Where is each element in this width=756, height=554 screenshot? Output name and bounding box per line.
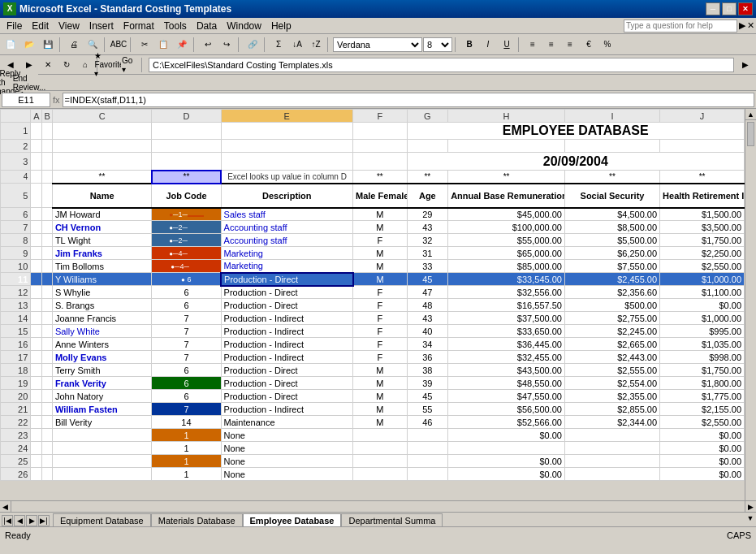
print-button[interactable]: 🖨: [65, 36, 83, 54]
cell-annual-26[interactable]: $0.00: [448, 468, 565, 481]
cell-social-12[interactable]: $2,356.60: [564, 286, 659, 299]
cell-health-19[interactable]: $1,800.00: [660, 377, 745, 390]
cell-health-7[interactable]: $3,500.00: [660, 221, 745, 234]
cell-B13[interactable]: [41, 299, 52, 312]
cell-health-22[interactable]: $2,550.00: [660, 416, 745, 429]
cell-B10[interactable]: [41, 260, 52, 273]
cell-social-24[interactable]: [564, 442, 659, 455]
cell-health-6[interactable]: $1,500.00: [660, 208, 745, 221]
cell-desc-6[interactable]: Sales staff: [221, 208, 352, 221]
cell-H2[interactable]: [448, 140, 565, 153]
cell-A25[interactable]: [31, 455, 41, 468]
cell-desc-13[interactable]: Production - Direct: [221, 299, 352, 312]
sort-asc-button[interactable]: ↓A: [288, 36, 306, 54]
cell-annual-17[interactable]: $32,455.00: [448, 351, 565, 364]
cell-health-8[interactable]: $1,750.00: [660, 234, 745, 247]
tab-last-button[interactable]: ▶|: [38, 515, 50, 526]
col-header-F[interactable]: F: [353, 110, 408, 123]
align-left-button[interactable]: ≡: [524, 36, 542, 54]
cell-B15[interactable]: [41, 325, 52, 338]
cell-annual-12[interactable]: $32,556.00: [448, 286, 565, 299]
cell-desc-25[interactable]: None: [221, 455, 352, 468]
header-name[interactable]: Name: [52, 184, 151, 208]
cell-mf-18[interactable]: M: [353, 364, 408, 377]
col-header-I[interactable]: I: [564, 110, 659, 123]
cell-C1[interactable]: [52, 123, 151, 140]
cell-desc-17[interactable]: Production - Indirect: [221, 351, 352, 364]
cell-health-26[interactable]: $0.00: [660, 468, 745, 481]
cell-A5[interactable]: [31, 184, 41, 208]
header-annual[interactable]: Annual Base Remuneration: [448, 184, 565, 208]
cell-health-21[interactable]: $2,155.00: [660, 403, 745, 416]
cell-jc-6[interactable]: ●─1─: [152, 208, 221, 221]
cell-jc-23[interactable]: 1: [152, 429, 221, 442]
menu-view[interactable]: View: [54, 19, 84, 32]
cell-mf-8[interactable]: F: [353, 234, 408, 247]
cell-health-17[interactable]: $998.00: [660, 351, 745, 364]
cell-jc-16[interactable]: 7: [152, 338, 221, 351]
cell-health-15[interactable]: $995.00: [660, 325, 745, 338]
cell-social-10[interactable]: $7,550.00: [564, 260, 659, 273]
cell-health-16[interactable]: $1,035.00: [660, 338, 745, 351]
cell-name-16[interactable]: Anne Winters: [52, 338, 151, 351]
cell-annual-10[interactable]: $85,000.00: [448, 260, 565, 273]
cell-D2[interactable]: [152, 140, 221, 153]
cell-age-23[interactable]: [407, 429, 448, 442]
menu-format[interactable]: Format: [119, 19, 159, 32]
cell-desc-19[interactable]: Production - Direct: [221, 377, 352, 390]
cell-jc-18[interactable]: 6: [152, 364, 221, 377]
hyperlink-button[interactable]: 🔗: [244, 36, 261, 54]
cell-annual-21[interactable]: $56,500.00: [448, 403, 565, 416]
underline-button[interactable]: U: [498, 36, 516, 54]
cell-B18[interactable]: [41, 364, 52, 377]
cell-social-22[interactable]: $2,344.00: [564, 416, 659, 429]
cell-age-25[interactable]: [407, 455, 448, 468]
favorites-button[interactable]: ★ Favorites ▾: [102, 56, 120, 74]
cell-jc-20[interactable]: 6: [152, 390, 221, 403]
autosum-button[interactable]: Σ: [270, 36, 287, 54]
col-header-G[interactable]: G: [407, 110, 448, 123]
cell-A14[interactable]: [31, 312, 41, 325]
cell-G2[interactable]: [407, 140, 448, 153]
cell-social-23[interactable]: [564, 429, 659, 442]
cell-B9[interactable]: [41, 247, 52, 260]
cell-A6[interactable]: [31, 208, 41, 221]
cell-health-12[interactable]: $1,100.00: [660, 286, 745, 299]
menu-file[interactable]: File: [2, 19, 27, 32]
home-button[interactable]: ⌂: [76, 56, 94, 74]
cell-name-7[interactable]: CH Vernon: [52, 221, 151, 234]
cell-mf-25[interactable]: [353, 455, 408, 468]
cell-age-16[interactable]: 34: [407, 338, 448, 351]
cell-mf-15[interactable]: F: [353, 325, 408, 338]
cell-jc-14[interactable]: 7: [152, 312, 221, 325]
cell-B26[interactable]: [41, 468, 52, 481]
cell-social-7[interactable]: $8,500.00: [564, 221, 659, 234]
cell-desc-16[interactable]: Production - Indirect: [221, 338, 352, 351]
cell-jc-24[interactable]: 1: [152, 442, 221, 455]
cell-desc-8[interactable]: Accounting staff: [221, 234, 352, 247]
cell-mf-21[interactable]: M: [353, 403, 408, 416]
cell-age-6[interactable]: 29: [407, 208, 448, 221]
cell-jc-12[interactable]: 6: [152, 286, 221, 299]
new-button[interactable]: 📄: [2, 36, 19, 54]
cell-social-18[interactable]: $2,555.00: [564, 364, 659, 377]
header-health[interactable]: Health Retirement Insurance: [660, 184, 745, 208]
cell-B3[interactable]: [41, 153, 52, 171]
cell-A24[interactable]: [31, 442, 41, 455]
cell-age-18[interactable]: 38: [407, 364, 448, 377]
cell-jc-25[interactable]: 1: [152, 455, 221, 468]
italic-button[interactable]: I: [479, 36, 497, 54]
cell-health-13[interactable]: $0.00: [660, 299, 745, 312]
font-name-select[interactable]: Verdana: [333, 37, 422, 52]
cell-name-6[interactable]: JM Howard: [52, 208, 151, 221]
cell-A9[interactable]: [31, 247, 41, 260]
cell-annual-14[interactable]: $37,500.00: [448, 312, 565, 325]
tab-equipment-database[interactable]: Equipment Database: [53, 513, 151, 526]
cell-health-9[interactable]: $2,250.00: [660, 247, 745, 260]
cell-B5[interactable]: [41, 184, 52, 208]
menu-edit[interactable]: Edit: [27, 19, 54, 32]
cell-F4[interactable]: **: [353, 171, 408, 184]
cell-health-11[interactable]: $1,000.00: [660, 273, 745, 286]
cell-A21[interactable]: [31, 403, 41, 416]
col-header-H[interactable]: H: [448, 110, 565, 123]
